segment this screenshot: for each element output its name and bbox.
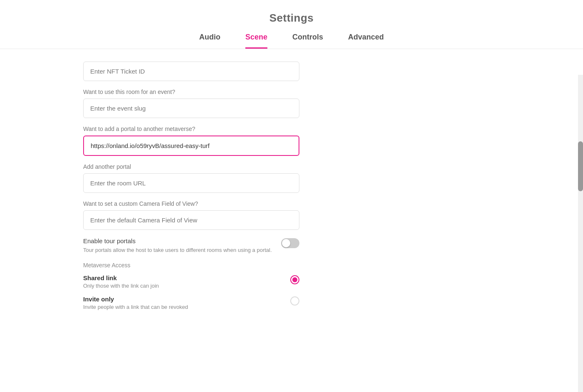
tour-portals-text: Enable tour portals Tour portals allow t… [83, 237, 281, 254]
toggle-knob [282, 239, 290, 247]
tour-portals-title: Enable tour portals [83, 237, 273, 244]
scrollbar-thumb[interactable] [578, 141, 583, 191]
tab-advanced[interactable]: Advanced [348, 33, 384, 49]
main-content: Want to use this room for an event? Want… [0, 49, 299, 392]
page-header: Settings Audio Scene Controls Advanced [0, 0, 583, 49]
tour-portals-row: Enable tour portals Tour portals allow t… [83, 237, 299, 254]
scrollbar-track [578, 75, 583, 392]
shared-link-text: Shared link Only those with the link can… [83, 274, 290, 289]
settings-panel: Want to use this room for an event? Want… [83, 57, 299, 392]
tab-audio[interactable]: Audio [199, 33, 220, 49]
camera-fov-label: Want to set a custom Camera Field of Vie… [83, 200, 299, 207]
tab-controls[interactable]: Controls [292, 33, 323, 49]
nft-ticket-group [83, 62, 299, 81]
add-portal-input[interactable] [83, 173, 299, 193]
content-wrapper: Want to use this room for an event? Want… [0, 49, 583, 392]
access-section-title: Metaverse Access [83, 262, 299, 269]
tour-portals-toggle[interactable] [281, 238, 299, 248]
invite-only-row: Invite only Invite people with a link th… [83, 296, 299, 310]
add-portal-label: Add another portal [83, 163, 299, 170]
invite-only-radio[interactable] [290, 296, 299, 306]
tab-scene[interactable]: Scene [245, 33, 267, 49]
camera-fov-input[interactable] [83, 210, 299, 230]
event-slug-input[interactable] [83, 99, 299, 118]
tabs-nav: Audio Scene Controls Advanced [0, 33, 583, 49]
camera-fov-group: Want to set a custom Camera Field of Vie… [83, 200, 299, 230]
invite-only-desc: Invite people with a link that can be re… [83, 304, 290, 310]
invite-only-text: Invite only Invite people with a link th… [83, 296, 290, 310]
metaverse-access-group: Metaverse Access Shared link Only those … [83, 262, 299, 310]
event-slug-label: Want to use this room for an event? [83, 89, 299, 95]
portal-label: Want to add a portal to another metavers… [83, 126, 299, 132]
shared-link-title: Shared link [83, 274, 290, 281]
nft-ticket-input[interactable] [83, 62, 299, 81]
add-portal-group: Add another portal [83, 163, 299, 193]
page-title: Settings [0, 12, 583, 25]
shared-link-radio[interactable] [290, 275, 299, 284]
shared-link-row: Shared link Only those with the link can… [83, 274, 299, 289]
portal-input[interactable] [83, 136, 299, 156]
portal-group: Want to add a portal to another metavers… [83, 126, 299, 156]
tour-portals-desc: Tour portals allow the host to take user… [83, 246, 273, 254]
invite-only-title: Invite only [83, 296, 290, 303]
event-slug-group: Want to use this room for an event? [83, 89, 299, 118]
shared-link-desc: Only those with the link can join [83, 283, 290, 289]
